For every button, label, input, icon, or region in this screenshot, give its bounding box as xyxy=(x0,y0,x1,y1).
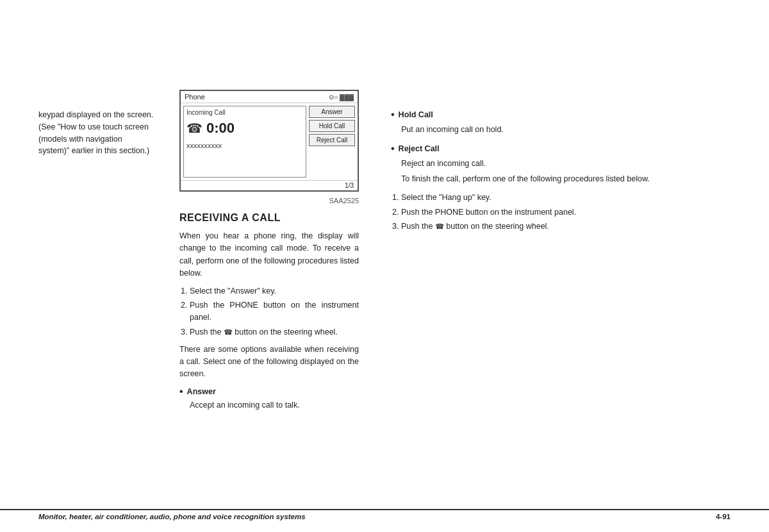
answer-button[interactable]: Answer xyxy=(309,106,355,118)
screen-footer: 1/3 xyxy=(181,180,358,190)
reject-call-button[interactable]: Reject Call xyxy=(309,134,355,146)
center-column: Phone ⊙○ ▓▓▓ Incoming Call ☎ 0:00 xxxxxx… xyxy=(167,26,372,513)
phone-number: xxxxxxxxxx xyxy=(186,142,303,149)
footer-page: 4-91 xyxy=(716,513,731,520)
left-column: keypad displayed on the screen. (See "Ho… xyxy=(38,26,167,513)
screen-mockup: Phone ⊙○ ▓▓▓ Incoming Call ☎ 0:00 xxxxxx… xyxy=(179,90,359,192)
section-intro: When you hear a phone ring, the display … xyxy=(179,230,359,280)
bullet-dot-reject: • xyxy=(391,144,395,154)
screen-header-icons: ⊙○ ▓▓▓ xyxy=(329,94,354,101)
answer-bullet: • Answer Accept an incoming call to talk… xyxy=(179,386,359,412)
answer-bullet-text: Accept an incoming call to talk. xyxy=(190,401,300,410)
call-timer: 0:00 xyxy=(206,120,235,137)
screen-main-area: Incoming Call ☎ 0:00 xxxxxxxxxx xyxy=(183,106,306,178)
reject-call-text: Reject an incoming call. xyxy=(401,158,731,170)
step-2: Push the PHONE button on the instrument … xyxy=(190,299,359,324)
hold-call-button[interactable]: Hold Call xyxy=(309,120,355,132)
step-3: Push the ☎ button on the steering wheel. xyxy=(190,326,359,338)
screen-page-indicator: 1/3 xyxy=(345,182,354,189)
options-intro: There are some options available when re… xyxy=(179,344,359,381)
reject-call-section: • Reject Call Reject an incoming call. T… xyxy=(391,143,731,185)
page-container: keypad displayed on the screen. (See "Ho… xyxy=(0,0,769,532)
step-1: Select the "Answer" key. xyxy=(190,285,359,297)
screen-caption: SAA2525 xyxy=(179,197,359,204)
screen-buttons: Answer Hold Call Reject Call xyxy=(309,106,355,178)
steering-phone-icon: ☎ xyxy=(224,327,233,338)
screen-body: Incoming Call ☎ 0:00 xxxxxxxxxx Answer H… xyxy=(181,103,358,180)
rc-step-1: Select the "Hang up" key. xyxy=(401,192,731,204)
hold-call-text: Put an incoming call on hold. xyxy=(391,124,731,136)
bullet-dot-hold: • xyxy=(391,110,395,120)
footer-text: Monitor, heater, air conditioner, audio,… xyxy=(38,513,306,520)
call-icon-time: ☎ 0:00 xyxy=(186,120,303,137)
screen-header: Phone ⊙○ ▓▓▓ xyxy=(181,91,358,103)
answer-bullet-title: Answer xyxy=(187,386,216,398)
reject-call-title: Reject Call xyxy=(399,143,440,155)
rc-step-3: Push the ☎ button on the steering wheel. xyxy=(401,220,731,233)
left-text: keypad displayed on the screen. (See "Ho… xyxy=(38,109,154,157)
screen-title: Phone xyxy=(185,93,205,101)
reject-call-subtext: To finish the call, perform one of the f… xyxy=(401,173,731,185)
screen-status-icons: ⊙○ ▓▓▓ xyxy=(329,94,354,101)
hold-call-title: Hold Call xyxy=(399,109,433,121)
page-footer: Monitor, heater, air conditioner, audio,… xyxy=(0,509,769,520)
phone-icon: ☎ xyxy=(186,121,203,136)
receiving-steps-list: Select the "Answer" key. Push the PHONE … xyxy=(190,285,359,338)
hold-call-section: • Hold Call Put an incoming call on hold… xyxy=(391,109,731,137)
right-column: • Hold Call Put an incoming call on hold… xyxy=(372,26,731,513)
incoming-call-label: Incoming Call xyxy=(186,109,303,116)
rc-steering-phone-icon: ☎ xyxy=(435,221,444,232)
section-title: RECEIVING A CALL xyxy=(179,212,359,224)
finish-call-steps: Select the "Hang up" key. Push the PHONE… xyxy=(401,192,731,233)
section-body: When you hear a phone ring, the display … xyxy=(179,230,359,415)
rc-step-2: Push the PHONE button on the instrument … xyxy=(401,206,731,219)
bullet-dot-answer: • xyxy=(179,387,183,397)
